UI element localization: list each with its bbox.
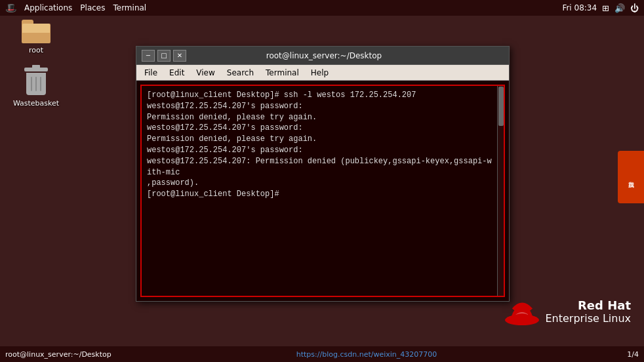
redhat-name: Red Hat <box>546 298 632 312</box>
terminal-line-8: ,password). <box>147 178 492 189</box>
terminal-content-wrapper: [root@linux_client Desktop]# ssh -l west… <box>136 81 509 301</box>
terminal-line-6: westos@172.25.254.207's password: <box>147 145 492 156</box>
power-icon[interactable]: ⏻ <box>630 3 639 13</box>
wastebasket-icon[interactable]: Wastebasket <box>13 68 59 108</box>
desktop-icons: root Wastebasket <box>13 20 59 108</box>
top-bar: 🎩 Applications Places Terminal Fri 08:34… <box>0 0 644 16</box>
redhat-hat-icon <box>504 294 540 329</box>
menu-search[interactable]: Search <box>222 67 259 79</box>
folder-graphic <box>22 20 50 43</box>
redhat-text-block: Red Hat Enterprise Linux <box>546 298 632 325</box>
places-menu[interactable]: Places <box>80 3 105 12</box>
redhat-small-icon: 🎩 <box>5 3 16 13</box>
menu-edit[interactable]: Edit <box>164 67 190 79</box>
side-widget[interactable]: 点我加 <box>618 151 644 203</box>
menu-view[interactable]: View <box>191 67 220 79</box>
sound-icon: 🔊 <box>614 3 625 13</box>
maximize-button[interactable]: □ <box>157 50 171 62</box>
terminal-line-1: [root@linux_client Desktop]# ssh -l west… <box>147 90 492 101</box>
clock: Fri 08:34 <box>562 3 597 12</box>
redhat-logo-area: Red Hat Enterprise Linux <box>504 294 632 329</box>
redhat-product: Enterprise Linux <box>546 312 632 325</box>
minimize-button[interactable]: − <box>142 50 155 62</box>
menu-file[interactable]: File <box>139 67 163 79</box>
terminal-scrollbar[interactable] <box>497 86 504 296</box>
trash-graphic <box>24 68 48 96</box>
terminal-line-5: Permission denied, please try again. <box>147 134 492 145</box>
network-icon: ⊞ <box>602 3 609 13</box>
close-button[interactable]: ✕ <box>173 50 186 62</box>
top-bar-left: 🎩 Applications Places Terminal <box>5 3 146 13</box>
terminal-line-3: Permission denied, please try again. <box>147 112 492 123</box>
terminal-menu[interactable]: Terminal <box>113 3 146 12</box>
terminal-content[interactable]: [root@linux_client Desktop]# ssh -l west… <box>142 86 497 296</box>
terminal-line-2: westos@172.25.254.207's password: <box>147 101 492 112</box>
terminal-controls: − □ ✕ <box>142 50 186 62</box>
root-icon-label: root <box>29 46 43 54</box>
terminal-window: − □ ✕ root@linux_server:~/Desktop File E… <box>136 46 510 302</box>
top-bar-right: Fri 08:34 ⊞ 🔊 ⏻ <box>562 3 639 13</box>
terminal-line-7: westos@172.25.254.207: Permission denied… <box>147 156 492 178</box>
wastebasket-icon-label: Wastebasket <box>13 99 59 108</box>
terminal-line-4: westos@172.25.254.207's password: <box>147 123 492 134</box>
desktop: 🎩 Applications Places Terminal Fri 08:34… <box>0 0 644 362</box>
pagination: 1/4 <box>627 350 639 359</box>
menu-help[interactable]: Help <box>306 67 334 79</box>
terminal-highlight-box: [root@linux_client Desktop]# ssh -l west… <box>140 85 505 297</box>
bottom-bar-url: https://blog.csdn.net/weixin_43207700 <box>296 350 437 359</box>
svg-point-1 <box>506 315 538 323</box>
bottom-bar-status: root@linux_server:~/Desktop <box>5 350 111 359</box>
terminal-title: root@linux_server:~/Desktop <box>186 51 462 60</box>
bottom-bar: root@linux_server:~/Desktop https://blog… <box>0 346 644 362</box>
terminal-line-9: [root@linux_client Desktop]# <box>147 189 492 200</box>
terminal-scrollbar-thumb[interactable] <box>498 87 504 126</box>
terminal-menubar: File Edit View Search Terminal Help <box>136 65 509 81</box>
menu-terminal[interactable]: Terminal <box>260 67 304 79</box>
root-folder-icon[interactable]: root <box>13 20 59 54</box>
terminal-titlebar: − □ ✕ root@linux_server:~/Desktop <box>136 47 509 65</box>
applications-menu[interactable]: Applications <box>24 3 72 12</box>
